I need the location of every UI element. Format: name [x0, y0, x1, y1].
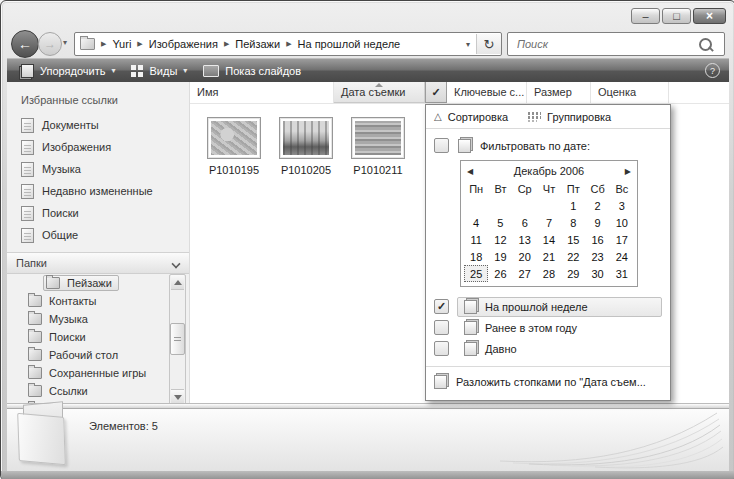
- calendar-date[interactable]: 20: [513, 248, 537, 265]
- column-header-1[interactable]: Дата съемки: [334, 82, 425, 103]
- scroll-down-button[interactable]: [171, 389, 184, 404]
- group-button[interactable]: Группировка: [528, 111, 611, 123]
- calendar-date[interactable]: 27: [513, 265, 537, 282]
- calendar-date[interactable]: 7: [537, 214, 561, 231]
- panel-body: Фильтровать по дате: ◀ Декабрь 2006 ▶ Пн…: [426, 129, 670, 400]
- calendar-date[interactable]: 26: [488, 265, 512, 282]
- column-header-0[interactable]: Имя: [190, 82, 334, 103]
- calendar-date[interactable]: 21: [537, 248, 561, 265]
- calendar-date[interactable]: 17: [610, 231, 634, 248]
- column-header-5[interactable]: Оценка: [591, 82, 669, 103]
- calendar-date[interactable]: 10: [610, 214, 634, 231]
- calendar-date[interactable]: 18: [464, 248, 488, 265]
- tree-item-links[interactable]: Ссылки: [7, 382, 170, 400]
- calendar-date[interactable]: 30: [585, 265, 609, 282]
- breadcrumb-segment[interactable]: Пейзажи: [235, 38, 280, 50]
- toolbar-button-label: Показ слайдов: [225, 65, 301, 77]
- calendar-date[interactable]: 14: [537, 231, 561, 248]
- folders-bar[interactable]: Папки: [7, 252, 189, 274]
- stack-by-row[interactable]: Разложить стопками по "Дата съем...: [432, 367, 664, 392]
- search-input[interactable]: [515, 37, 699, 51]
- calendar: ◀ Декабрь 2006 ▶ ПнВтСрЧтПтСбВс 12345678…: [460, 160, 638, 287]
- toolbar-button-label: Упорядочить: [40, 65, 105, 77]
- breadcrumb-segment[interactable]: На прошлой неделе: [298, 38, 401, 50]
- filter-by-date-checkbox[interactable]: [434, 138, 449, 153]
- sidebar-item-music[interactable]: Музыка: [7, 158, 189, 180]
- tree-item-contacts[interactable]: Контакты: [7, 292, 170, 310]
- minimize-button[interactable]: –: [631, 8, 660, 24]
- checkbox[interactable]: ✓: [434, 299, 449, 314]
- sidebar-item-public[interactable]: Общие: [7, 224, 189, 246]
- tree-item-music[interactable]: Музыка: [7, 310, 170, 328]
- breadcrumb-separator-icon: ▶: [137, 40, 142, 48]
- calendar-date[interactable]: 25: [464, 265, 488, 282]
- calendar-date[interactable]: 15: [561, 231, 585, 248]
- filter-option-body: Ранее в этом году: [457, 318, 662, 338]
- history-dropdown-button[interactable]: ▾: [63, 38, 67, 47]
- column-header-3[interactable]: Ключевые с...: [447, 82, 527, 103]
- sidebar-item-searches[interactable]: Поиски: [7, 202, 189, 224]
- calendar-date[interactable]: 19: [488, 248, 512, 265]
- toolbar-organize-button[interactable]: Упорядочить▾: [13, 59, 123, 82]
- column-filter-check-button[interactable]: ✓: [425, 82, 447, 103]
- calendar-date[interactable]: 11: [464, 231, 488, 248]
- calendar-date[interactable]: 12: [488, 231, 512, 248]
- tree-item-searches[interactable]: Поиски: [7, 328, 170, 346]
- breadcrumb-segment[interactable]: Изображения: [149, 38, 218, 50]
- restore-button[interactable]: □: [662, 8, 691, 24]
- sidebar-item-documents[interactable]: Документы: [7, 114, 189, 136]
- column-header-4[interactable]: Размер: [527, 82, 591, 103]
- tree-scrollbar[interactable]: [169, 274, 186, 405]
- calendar-date[interactable]: 2: [585, 197, 609, 214]
- tree-item-saved-games[interactable]: Сохраненные игры: [7, 364, 170, 382]
- desktop-icon: [28, 349, 42, 361]
- titlebar[interactable]: – □ ×: [1, 1, 734, 28]
- calendar-date[interactable]: 29: [561, 265, 585, 282]
- file-item[interactable]: P1010211: [346, 117, 410, 176]
- calendar-date[interactable]: 6: [513, 214, 537, 231]
- help-button[interactable]: ?: [705, 63, 720, 78]
- file-item[interactable]: P1010205: [274, 117, 338, 176]
- sidebar-item-recent-changes[interactable]: Недавно измененные: [7, 180, 189, 202]
- calendar-date[interactable]: 23: [585, 248, 609, 265]
- calendar-date[interactable]: 13: [513, 231, 537, 248]
- forward-button[interactable]: →: [38, 32, 62, 56]
- calendar-next-button[interactable]: ▶: [625, 167, 631, 176]
- scrollbar-thumb[interactable]: [170, 323, 185, 355]
- toolbar-slideshow-button[interactable]: Показ слайдов: [195, 59, 309, 82]
- filter-option-long-ago[interactable]: Давно: [432, 338, 664, 359]
- chevron-down-icon[interactable]: [172, 259, 180, 267]
- checkbox[interactable]: [434, 320, 449, 335]
- calendar-date[interactable]: 28: [537, 265, 561, 282]
- sidebar-item-pictures[interactable]: Изображения: [7, 136, 189, 158]
- tree-item-desktop[interactable]: Рабочий стол: [7, 346, 170, 364]
- calendar-month-label[interactable]: Декабрь 2006: [473, 165, 625, 177]
- organize-icon: [21, 64, 34, 78]
- back-button[interactable]: ←: [11, 30, 39, 58]
- calendar-date[interactable]: 1: [561, 197, 585, 214]
- address-dropdown-button[interactable]: ▾: [460, 40, 476, 49]
- filter-option-last-week[interactable]: ✓На прошлой неделе: [432, 296, 664, 317]
- filter-by-date-label: Фильтровать по дате:: [480, 140, 590, 152]
- tree-item-landscapes[interactable]: Пейзажи: [7, 274, 170, 292]
- calendar-date[interactable]: 8: [561, 214, 585, 231]
- calendar-date[interactable]: 4: [464, 214, 488, 231]
- refresh-button[interactable]: ↻: [476, 34, 501, 54]
- calendar-date[interactable]: 22: [561, 248, 585, 265]
- filter-by-date-row[interactable]: Фильтровать по дате:: [434, 138, 664, 153]
- close-button[interactable]: ×: [693, 8, 726, 24]
- calendar-date[interactable]: 9: [585, 214, 609, 231]
- checkbox[interactable]: [434, 341, 449, 356]
- calendar-date[interactable]: 16: [585, 231, 609, 248]
- calendar-date[interactable]: 3: [610, 197, 634, 214]
- scroll-up-button[interactable]: [171, 275, 184, 290]
- file-item[interactable]: P1010195: [202, 117, 266, 176]
- calendar-date[interactable]: 5: [488, 214, 512, 231]
- sort-button[interactable]: △ Сортировка: [434, 111, 508, 123]
- breadcrumb-segment[interactable]: Yuri: [112, 38, 131, 50]
- filter-option-earlier-this-year[interactable]: Ранее в этом году: [432, 317, 664, 338]
- calendar-date[interactable]: 31: [610, 265, 634, 282]
- toolbar-views-button[interactable]: Виды▾: [123, 59, 195, 82]
- calendar-date[interactable]: 24: [610, 248, 634, 265]
- address-bar[interactable]: ▶Yuri▶Изображения▶Пейзажи▶На прошлой нед…: [74, 32, 502, 56]
